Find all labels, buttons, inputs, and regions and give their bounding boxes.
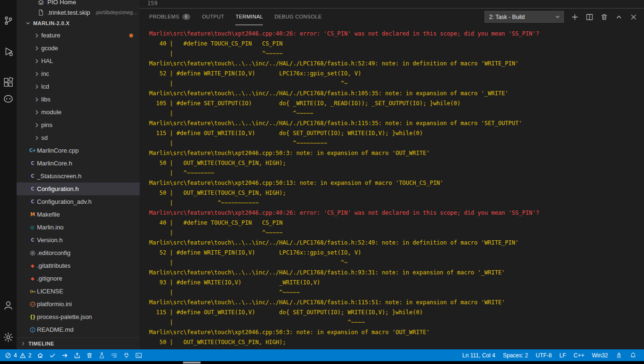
tree-item[interactable]: {} process-palette.json xyxy=(17,310,140,323)
tree-item[interactable]: C MarlinCore.h xyxy=(17,157,140,170)
tree-item[interactable]: C Version.h xyxy=(17,234,140,246)
pio-build-button[interactable] xyxy=(46,349,59,361)
tree-item[interactable]: ◆ .gitignore xyxy=(17,272,140,285)
activitybar-extensions[interactable] xyxy=(3,77,14,88)
chevron-right-icon xyxy=(34,58,41,64)
tab-problems[interactable]: PROBLEMS 6 xyxy=(149,9,190,25)
terminal-line: Marlin\src\feature\touch\xpt2046.cpp:40:… xyxy=(149,208,644,218)
tree-item[interactable]: C+ MarlinCore.cpp xyxy=(17,144,140,157)
chevron-up-icon xyxy=(615,13,623,21)
new-terminal-button[interactable] xyxy=(571,13,579,21)
notifications-button[interactable] xyxy=(626,349,640,361)
activitybar-account[interactable] xyxy=(3,300,14,311)
home-icon xyxy=(37,0,45,6)
error-icon xyxy=(5,352,11,359)
terminal-instance-select[interactable]: 2: Task - Build xyxy=(484,11,564,23)
plus-icon xyxy=(571,13,579,21)
activitybar-run-and-debug[interactable] xyxy=(3,46,14,57)
encoding-indicator[interactable]: UTF-8 xyxy=(532,349,555,361)
pio-serial-monitor-button[interactable] xyxy=(120,349,133,361)
pio-upload-button[interactable] xyxy=(59,349,71,361)
panel-actions: 2: Task - Build xyxy=(484,11,637,23)
tree-item[interactable]: HAL xyxy=(17,55,140,67)
language-mode-indicator[interactable]: C++ xyxy=(570,349,588,361)
cursor-position[interactable]: Ln 111, Col 4 xyxy=(458,349,499,361)
git-icon: ◆ xyxy=(28,262,37,270)
terminal-line: Marlin\src\feature\touch\xpt2046.cpp:40:… xyxy=(149,29,644,39)
terminal-line: | ^~~~~~~~~~~~ xyxy=(149,198,644,208)
pio-new-terminal-button[interactable] xyxy=(133,349,145,361)
tree-item[interactable]: platformio.ini xyxy=(17,298,140,310)
kill-terminal-button[interactable] xyxy=(600,13,608,21)
activitybar-source-control[interactable] xyxy=(3,15,14,26)
editor-area[interactable]: 159 xyxy=(140,0,644,8)
platform-indicator[interactable]: Win32 xyxy=(588,349,612,361)
timeline-section-header[interactable]: TIMELINE xyxy=(17,337,140,349)
tree-item[interactable]: gcode xyxy=(17,42,140,55)
extensions-icon xyxy=(3,77,14,88)
problems-badge: 6 xyxy=(182,14,191,20)
pio-clean-button[interactable] xyxy=(83,349,96,361)
terminal-line: Marlin\src\feature\touch\..\..\inc/../HA… xyxy=(149,298,644,308)
tree-item[interactable]: ◆ .gitattributes xyxy=(17,259,140,272)
terminal-line: 40 | #define TOUCH_CS_PIN CS_PIN xyxy=(149,39,644,49)
eol-indicator[interactable]: LF xyxy=(555,349,570,361)
terminal-line: 115 | #define OUT_WRITE(IO,V) do{ SET_OU… xyxy=(149,128,644,138)
taskbar-strip xyxy=(0,361,644,364)
split-terminal-button[interactable] xyxy=(586,13,593,21)
tab-debug-console[interactable]: DEBUG CONSOLE xyxy=(274,9,322,25)
tab-terminal[interactable]: TERMINAL xyxy=(235,9,263,25)
tree-item[interactable]: C Configuration.h xyxy=(17,182,140,195)
activitybar-manage[interactable] xyxy=(3,332,14,343)
pio-upload-fs-button[interactable] xyxy=(71,349,83,361)
chevron-right-icon xyxy=(20,341,26,346)
open-editor-trinket-test-skip[interactable]: .trinket.test.skip .pio\libdeps\mega... xyxy=(17,7,140,18)
tree-item[interactable]: C Configuration_adv.h xyxy=(17,195,140,208)
indentation-indicator[interactable]: Spaces: 2 xyxy=(499,349,532,361)
terminal-line: Marlin\src\feature\touch\..\..\inc/../HA… xyxy=(149,238,644,248)
tree-item[interactable]: README.md xyxy=(17,323,140,336)
terminal-line: 52 | #define WRITE_PIN(IO,V) LPC176x::gp… xyxy=(149,69,644,79)
tree-item[interactable]: pins xyxy=(17,118,140,131)
activity-bar xyxy=(0,0,17,349)
terminal-line: Marlin\src\feature\touch\..\..\inc/../HA… xyxy=(149,268,644,278)
terminal-line: | ^~ xyxy=(149,258,644,268)
tree-item[interactable]: C _Statusscreen.h xyxy=(17,170,140,182)
checklist-icon xyxy=(111,352,117,359)
tree-item[interactable]: ◎ Marlin.ino xyxy=(17,221,140,234)
pio-project-tasks-button[interactable] xyxy=(108,349,120,361)
terminal-output[interactable]: Marlin\src\feature\touch\xpt2046.cpp:40:… xyxy=(140,25,644,349)
folder-section-label: MARLIN-2.0.X xyxy=(33,20,70,26)
tree-item[interactable]: libs xyxy=(17,93,140,106)
folder-section-header[interactable]: MARLIN-2.0.X xyxy=(17,18,140,29)
pio-home-button[interactable] xyxy=(34,349,46,361)
open-editors-list: PIO Home .trinket.test.skip .pio\libdeps… xyxy=(17,0,140,18)
h-icon: C xyxy=(28,237,37,244)
tree-item[interactable]: sd xyxy=(17,131,140,144)
editorconfig-icon xyxy=(28,249,37,257)
tree-item[interactable]: LICENSE xyxy=(17,285,140,298)
tree-item[interactable]: M Makefile xyxy=(17,208,140,221)
tree-item[interactable]: feature xyxy=(17,29,140,42)
open-editor-pio-home[interactable]: PIO Home xyxy=(17,0,140,7)
pio-test-button[interactable] xyxy=(96,349,108,361)
activitybar-platformio[interactable] xyxy=(3,93,14,104)
tree-item[interactable]: module xyxy=(17,106,140,118)
platformio-statusbar-button[interactable] xyxy=(612,349,626,361)
statusbar-right: Ln 111, Col 4Spaces: 2UTF-8LFC++Win32 xyxy=(458,349,640,361)
close-panel-button[interactable] xyxy=(630,13,637,21)
maximize-panel-button[interactable] xyxy=(615,13,623,21)
tree-item[interactable]: .editorconfig xyxy=(17,246,140,259)
readme-icon xyxy=(28,326,37,334)
chevron-right-icon xyxy=(34,71,41,77)
terminal-line: Marlin\src\feature\touch\xpt2046.cpp:50:… xyxy=(149,328,644,337)
terminal-line: | ^~~~~~~~~ xyxy=(149,168,644,178)
beaker-icon xyxy=(98,352,105,359)
tree-item[interactable]: inc xyxy=(17,67,140,80)
bell-icon xyxy=(630,352,636,359)
tab-output[interactable]: OUTPUT xyxy=(202,9,224,25)
problems-status[interactable]: 4 2 xyxy=(2,349,34,361)
workbench: PIO Home .trinket.test.skip .pio\libdeps… xyxy=(0,0,644,349)
error-count: 4 xyxy=(14,352,17,359)
tree-item[interactable]: lcd xyxy=(17,80,140,93)
